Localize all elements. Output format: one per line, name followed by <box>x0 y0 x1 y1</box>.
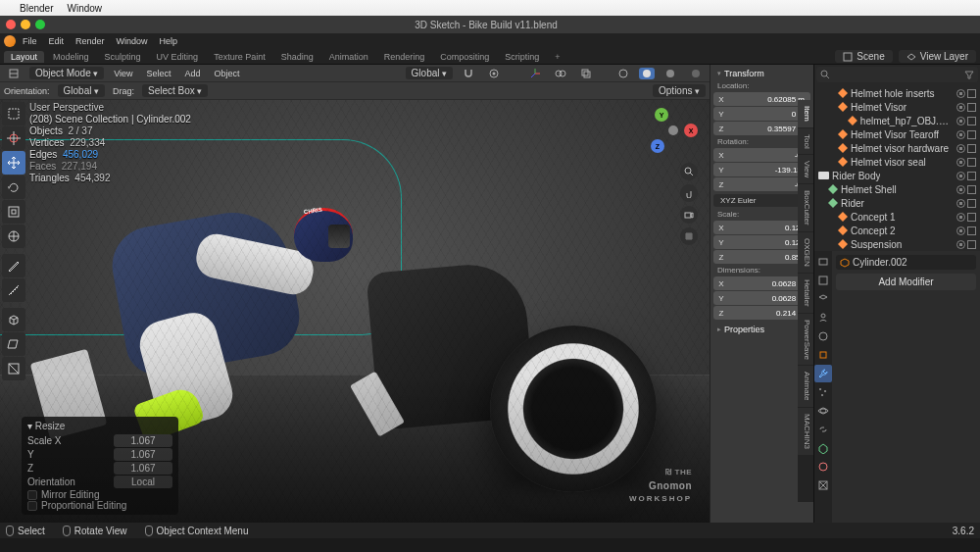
render-toggle[interactable] <box>967 89 976 98</box>
orientation-dropdown[interactable]: Global ▾ <box>58 84 105 97</box>
gizmo-toggle[interactable] <box>525 68 545 79</box>
mirror-checkbox[interactable]: Mirror Editing <box>27 489 172 500</box>
workspace-rendering[interactable]: Rendering <box>377 51 432 63</box>
workspace-texpaint[interactable]: Texture Paint <box>207 51 272 63</box>
3d-viewport[interactable]: CHRIS User Perspective (208) Scene Colle… <box>0 100 710 523</box>
rot-y[interactable]: Y-139.13° <box>713 163 810 176</box>
visibility-toggle[interactable] <box>956 144 965 153</box>
shading-rendered[interactable] <box>686 68 706 79</box>
drag-dropdown[interactable]: Select Box ▾ <box>142 84 208 97</box>
ptab-object[interactable] <box>814 346 832 364</box>
dim-z[interactable]: Z0.214 m <box>713 306 810 320</box>
workspace-layout[interactable]: Layout <box>4 51 44 63</box>
camera-button[interactable] <box>680 206 698 224</box>
ptab-world[interactable] <box>814 327 832 345</box>
ptab-viewlayer[interactable] <box>814 290 832 308</box>
outliner-item[interactable]: Rider Body <box>816 169 978 182</box>
sca-z[interactable]: Z0.857 <box>713 250 810 264</box>
visibility-toggle[interactable] <box>956 117 965 125</box>
ptab-particles[interactable] <box>814 383 832 401</box>
outliner-search-input[interactable] <box>830 70 964 79</box>
transform-orientation[interactable]: Global ▾ <box>406 67 453 79</box>
viewlayer-selector[interactable]: View Layer <box>899 50 976 63</box>
ntab-machin3[interactable]: MACHIN3 <box>798 408 813 455</box>
outliner-item[interactable]: Concept 2 <box>816 224 978 237</box>
menu-render[interactable]: Render <box>71 36 110 46</box>
render-toggle[interactable] <box>967 130 976 139</box>
workspace-modeling[interactable]: Modeling <box>46 51 96 63</box>
dim-x[interactable]: X0.0628 m <box>713 276 810 290</box>
proportional-checkbox[interactable]: Proportional Editing <box>27 500 172 511</box>
render-toggle[interactable] <box>967 185 976 194</box>
ptab-scene[interactable] <box>814 309 832 326</box>
menu-view[interactable]: View <box>110 69 136 78</box>
workspace-add[interactable]: + <box>548 51 566 63</box>
outliner-item[interactable]: Helmet Visor <box>816 100 978 114</box>
tool-addcube[interactable] <box>2 308 25 331</box>
rot-z[interactable]: Z-0° <box>713 177 810 191</box>
proportional-edit-toggle[interactable] <box>484 68 504 79</box>
outliner-search[interactable] <box>816 67 978 82</box>
tool-annotate[interactable] <box>2 254 25 277</box>
scale-z-field[interactable]: 1.067 <box>114 462 172 475</box>
visibility-toggle[interactable] <box>956 103 965 112</box>
ntab-boxcutter[interactable]: BoxCutter <box>798 184 813 231</box>
nav-gizmo[interactable]: Y X Z <box>647 106 700 159</box>
ntab-item[interactable]: Item <box>798 100 813 127</box>
outliner-item[interactable]: helmet_hp7_OBJ.003 <box>816 114 978 127</box>
operator-panel[interactable]: ▾ Resize Scale X1.067 Y1.067 Z1.067 Orie… <box>22 417 178 515</box>
menu-file[interactable]: File <box>18 36 42 46</box>
menu-object[interactable]: Object <box>211 69 244 78</box>
outliner-item[interactable]: Helmet visor seal <box>816 155 978 169</box>
blender-logo-icon[interactable] <box>4 35 16 47</box>
render-toggle[interactable] <box>967 117 976 125</box>
ntab-view[interactable]: View <box>798 155 813 183</box>
dim-y[interactable]: Y0.0628 m <box>713 291 810 305</box>
render-toggle[interactable] <box>967 103 976 112</box>
shading-wire[interactable] <box>613 68 633 79</box>
ptab-render[interactable] <box>814 253 832 271</box>
overlays-toggle[interactable] <box>551 68 570 79</box>
visibility-toggle[interactable] <box>956 199 965 208</box>
outliner-item[interactable]: Helmet Visor Tearoff <box>816 127 978 141</box>
snap-toggle[interactable] <box>459 68 478 79</box>
workspace-animation[interactable]: Animation <box>322 51 375 63</box>
scale-y-field[interactable]: 1.067 <box>114 448 172 461</box>
visibility-toggle[interactable] <box>956 240 965 249</box>
render-toggle[interactable] <box>967 158 976 167</box>
menu-add[interactable]: Add <box>181 69 205 78</box>
properties-breadcrumb[interactable]: Cylinder.002 <box>836 255 976 270</box>
close-window-button[interactable] <box>6 20 16 29</box>
ntab-powersave[interactable]: PowerSave <box>798 314 813 366</box>
mac-app-name[interactable]: Blender <box>20 3 53 14</box>
tool-options[interactable]: Options ▾ <box>653 84 706 97</box>
ntab-tool[interactable]: Tool <box>798 128 813 155</box>
menu-select[interactable]: Select <box>143 69 175 78</box>
workspace-shading[interactable]: Shading <box>274 51 320 63</box>
zoom-button[interactable] <box>680 163 698 180</box>
visibility-toggle[interactable] <box>956 172 965 180</box>
tool-extra1[interactable] <box>2 332 25 356</box>
scene-selector[interactable]: Scene <box>835 50 892 63</box>
shading-matprev[interactable] <box>661 68 680 79</box>
tool-extra2[interactable] <box>2 357 25 380</box>
render-toggle[interactable] <box>967 199 976 208</box>
outliner-item[interactable]: Rider <box>816 196 978 210</box>
visibility-toggle[interactable] <box>956 130 965 139</box>
perspective-button[interactable] <box>680 227 698 245</box>
visibility-toggle[interactable] <box>956 89 965 98</box>
render-toggle[interactable] <box>967 240 976 249</box>
tool-transform[interactable] <box>2 225 25 248</box>
tool-rotate[interactable] <box>2 176 25 199</box>
render-toggle[interactable] <box>967 226 976 235</box>
outliner-item[interactable]: Helmet hole inserts <box>816 86 978 100</box>
sca-y[interactable]: Y0.126 <box>713 235 810 249</box>
mac-menu-window[interactable]: Window <box>67 3 102 14</box>
loc-x[interactable]: X0.62085 m <box>713 92 810 106</box>
menu-edit[interactable]: Edit <box>44 36 70 46</box>
pan-button[interactable] <box>680 184 698 202</box>
outliner-item[interactable]: Suspension <box>816 237 978 251</box>
ptab-output[interactable] <box>814 272 832 289</box>
properties-section[interactable]: Properties <box>713 323 810 336</box>
render-toggle[interactable] <box>967 172 976 180</box>
